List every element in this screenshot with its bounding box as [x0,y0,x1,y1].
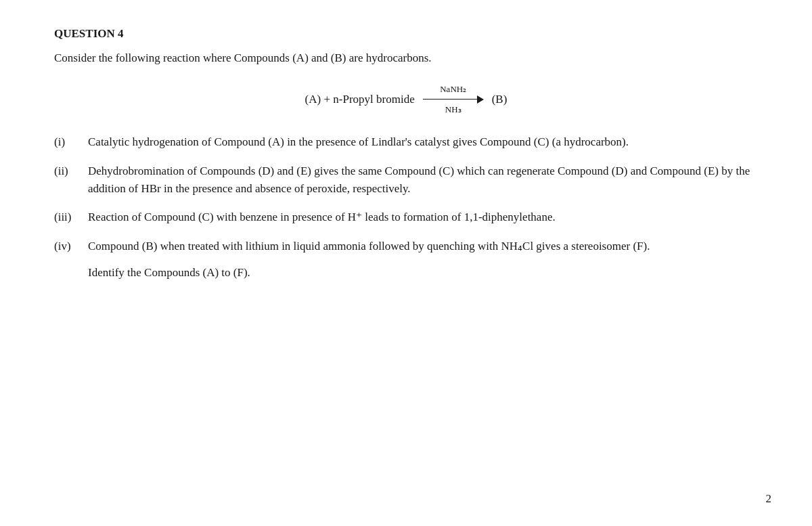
part-iv: (iv) Compound (B) when treated with lith… [54,238,758,255]
part-iii: (iii) Reaction of Compound (C) with benz… [54,209,758,226]
reactant: (A) + n-Propyl bromide [305,93,415,106]
reaction-row: (A) + n-Propyl bromide NaNH₂ NH₃ (B) [305,84,508,114]
reaction-arrow [423,95,484,104]
product: (B) [492,93,508,106]
intro-text: Consider the following reaction where Co… [54,51,758,65]
arrow-container: NaNH₂ NH₃ [423,84,484,114]
part-iii-label: (iii) [54,209,88,226]
part-i-content: Catalytic hydrogenation of Compound (A) … [88,133,758,151]
arrow-line-body [423,99,477,100]
question-title: QUESTION 4 [54,27,758,41]
part-iv-content: Compound (B) when treated with lithium i… [88,238,758,255]
page: QUESTION 4 Consider the following reacti… [0,0,812,526]
reaction-equation: (A) + n-Propyl bromide NaNH₂ NH₃ (B) [305,84,508,114]
parts-section: (i) Catalytic hydrogenation of Compound … [54,133,758,255]
reaction-container: (A) + n-Propyl bromide NaNH₂ NH₃ (B) [54,84,758,114]
part-iii-content: Reaction of Compound (C) with benzene in… [88,209,758,226]
part-ii: (ii) Dehydrobromination of Compounds (D)… [54,162,758,198]
arrow-below-label: NH₃ [445,104,461,115]
page-number: 2 [766,492,772,506]
part-i-label: (i) [54,133,88,151]
part-i: (i) Catalytic hydrogenation of Compound … [54,133,758,151]
identify-line: Identify the Compounds (A) to (F). [88,266,758,280]
part-ii-content: Dehydrobromination of Compounds (D) and … [88,162,758,198]
part-ii-label: (ii) [54,162,88,198]
part-iv-label: (iv) [54,238,88,255]
arrowhead-icon [477,95,484,104]
arrow-above-label: NaNH₂ [440,84,466,95]
